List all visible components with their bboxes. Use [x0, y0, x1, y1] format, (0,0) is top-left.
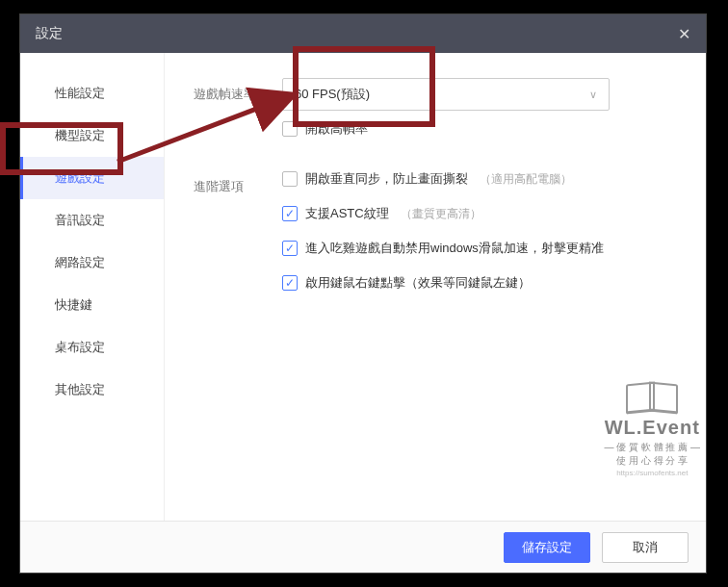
close-icon[interactable]: ✕ — [678, 25, 690, 43]
sidebar-item-label: 音訊設定 — [55, 212, 105, 229]
sidebar: 性能設定 機型設定 遊戲設定 音訊設定 網路設定 快捷鍵 桌布設定 其他設定 — [20, 53, 165, 521]
sidebar-item-label: 其他設定 — [55, 381, 105, 398]
adv-text: 進入吃雞遊戲自動禁用windows滑鼠加速，射擊更精准 — [305, 240, 604, 257]
sidebar-item-label: 快捷鍵 — [55, 296, 92, 314]
advanced-label: 進階選項 — [194, 170, 282, 195]
sidebar-item-game[interactable]: 遊戲設定 — [20, 157, 164, 199]
sidebar-item-label: 遊戲設定 — [55, 169, 105, 187]
fps-select-value: 60 FPS(預設) — [295, 86, 370, 103]
cancel-button[interactable]: 取消 — [602, 532, 689, 563]
window-title: 設定 — [36, 25, 63, 42]
adv-checkbox[interactable]: ✓ — [282, 241, 298, 256]
fps-select[interactable]: 60 FPS(預設) ∨ — [282, 78, 610, 111]
sidebar-item-other[interactable]: 其他設定 — [20, 369, 164, 411]
adv-text: 啟用鍵鼠右鍵點擊（效果等同鍵鼠左鍵） — [305, 274, 531, 292]
adv-text: 支援ASTC紋理 — [305, 205, 389, 222]
chevron-down-icon: ∨ — [589, 89, 597, 101]
adv-item-mouse: ✓ 進入吃雞遊戲自動禁用windows滑鼠加速，射擊更精准 — [282, 240, 677, 257]
high-fps-label: 開啟高幀率 — [305, 120, 368, 138]
adv-item-rightclick: ✓ 啟用鍵鼠右鍵點擊（效果等同鍵鼠左鍵） — [282, 274, 677, 292]
window-body: 性能設定 機型設定 遊戲設定 音訊設定 網路設定 快捷鍵 桌布設定 其他設定 遊… — [20, 53, 706, 521]
sidebar-item-network[interactable]: 網路設定 — [20, 242, 164, 284]
adv-checkbox[interactable]: ✓ — [282, 206, 298, 221]
fps-label: 遊戲幀速率 — [194, 78, 282, 103]
sidebar-item-label: 桌布設定 — [55, 339, 105, 356]
watermark-line2: 使 用 心 得 分 享 — [605, 454, 700, 468]
save-button[interactable]: 儲存設定 — [504, 532, 590, 563]
sidebar-item-performance[interactable]: 性能設定 — [20, 72, 164, 115]
sidebar-item-audio[interactable]: 音訊設定 — [20, 199, 164, 242]
adv-checkbox[interactable] — [282, 171, 298, 187]
sidebar-item-model[interactable]: 機型設定 — [20, 115, 164, 157]
sidebar-item-shortcut[interactable]: 快捷鍵 — [20, 284, 164, 326]
settings-window: 設定 ✕ 性能設定 機型設定 遊戲設定 音訊設定 網路設定 快捷鍵 桌布設定 其… — [19, 13, 707, 574]
adv-hint: （畫質更高清） — [401, 206, 481, 222]
sidebar-item-label: 機型設定 — [55, 127, 105, 144]
adv-text: 開啟垂直同步，防止畫面撕裂 — [305, 170, 468, 188]
adv-item-vsync: 開啟垂直同步，防止畫面撕裂 （適用高配電腦） — [282, 170, 677, 188]
high-fps-row: 開啟高幀率 — [282, 120, 677, 138]
fps-row: 遊戲幀速率 60 FPS(預設) ∨ 開啟高幀率 — [194, 78, 677, 138]
sidebar-item-label: 網路設定 — [55, 254, 105, 271]
book-icon — [624, 379, 680, 412]
sidebar-item-label: 性能設定 — [55, 85, 105, 102]
adv-item-astc: ✓ 支援ASTC紋理 （畫質更高清） — [282, 205, 677, 222]
adv-hint: （適用高配電腦） — [480, 171, 572, 188]
watermark: WL.Event — 優 質 軟 體 推 薦 — 使 用 心 得 分 享 htt… — [605, 379, 700, 478]
advanced-row: 進階選項 開啟垂直同步，防止畫面撕裂 （適用高配電腦） ✓ 支援ASTC紋理 （… — [194, 170, 677, 309]
footer: 儲存設定 取消 — [20, 521, 706, 573]
titlebar: 設定 ✕ — [20, 14, 706, 53]
high-fps-checkbox[interactable] — [282, 121, 298, 137]
main-panel: 遊戲幀速率 60 FPS(預設) ∨ 開啟高幀率 進階選項 — [165, 53, 706, 521]
watermark-brand: WL.Event — [605, 414, 700, 441]
adv-checkbox[interactable]: ✓ — [282, 275, 298, 291]
sidebar-item-wallpaper[interactable]: 桌布設定 — [20, 326, 164, 369]
watermark-line1: — 優 質 軟 體 推 薦 — — [605, 441, 700, 454]
watermark-url: https://sumofents.net — [605, 468, 700, 478]
